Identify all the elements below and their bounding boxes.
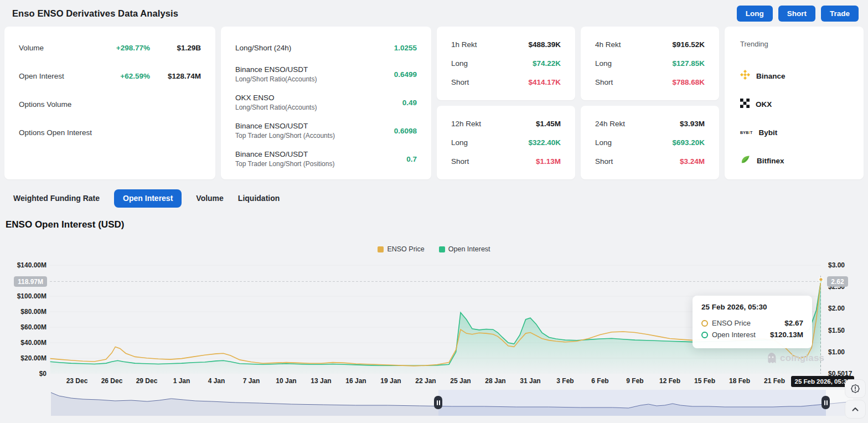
navigator-right-handle[interactable] — [822, 396, 830, 409]
trending-item-label: Bybit — [759, 128, 778, 137]
rekt-short-row: Short$1.13M — [451, 156, 561, 168]
rekt-short-label: Short — [595, 157, 680, 166]
rekt-card-24h: 24h Rekt$3.93M Long$693.20K Short$3.24M — [581, 106, 719, 179]
rekt-long-row: Long$322.40K — [451, 136, 561, 148]
scroll-to-top-button[interactable] — [845, 400, 866, 419]
short-button[interactable]: Short — [778, 6, 815, 22]
rekt-card-1h: 1h Rekt$488.39K Long$74.22K Short$414.17… — [437, 27, 575, 100]
stat-label: Open Interest — [19, 72, 95, 80]
trade-button[interactable]: Trade — [821, 6, 859, 22]
rekt-card-4h: 4h Rekt$916.52K Long$127.85K Short$788.6… — [581, 27, 719, 100]
rekt-long-value: $322.40K — [528, 138, 561, 147]
alert-icon — [850, 384, 860, 394]
tooltip-series-label: ENSO Price — [712, 319, 781, 327]
ratio-subtitle: Top Trader Long/Short (Positions) — [235, 160, 406, 168]
ratio-row: Binance ENSO/USDTLong/Short Ratio(Accoun… — [235, 65, 417, 84]
legend-item-open-interest[interactable]: Open Interest — [439, 245, 490, 253]
y-axis-label-left: $80.00M — [0, 308, 46, 316]
y-axis-label-left: $40.00M — [0, 339, 46, 347]
tooltip-date: 25 Feb 2026, 05:30 — [701, 303, 803, 311]
x-axis-label: 4 Jan — [200, 377, 233, 385]
navigator-selected-range[interactable] — [438, 390, 826, 416]
ratio-subtitle: Long/Short Ratio(Accounts) — [235, 104, 402, 111]
legend-item-enso-price[interactable]: ENSO Price — [378, 245, 424, 253]
y-axis-label-left: $140.00M — [0, 261, 46, 269]
header-buttons: Long Short Trade — [737, 6, 859, 22]
trending-item-okx[interactable]: OKX — [740, 97, 848, 111]
legend-label: ENSO Price — [387, 245, 424, 253]
ratio-row: OKX ENSOLong/Short Ratio(Accounts) 0.49 — [235, 93, 417, 112]
ratio-row: Binance ENSO/USDTTop Trader Long/Short (… — [235, 149, 417, 168]
x-axis-label: 23 Dec — [60, 377, 94, 385]
chart-title: ENSO Open Interest (USD) — [6, 219, 124, 230]
trending-item-binance[interactable]: Binance — [740, 69, 848, 83]
chart-tooltip: 25 Feb 2026, 05:30 ENSO Price $2.67 Open… — [693, 296, 812, 348]
trending-item-bitfinex[interactable]: Bitfinex — [740, 153, 848, 168]
rekt-total-row: 4h Rekt$916.52K — [595, 38, 705, 50]
rekt-short-value: $414.17K — [528, 78, 561, 86]
stat-value: $1.29B — [150, 44, 201, 52]
rekt-total-row: 12h Rekt$1.45M — [451, 117, 561, 130]
long-short-ratio-card: Long/Short (24h) 1.0255 Binance ENSO/USD… — [221, 27, 431, 179]
navigator-left-handle[interactable] — [434, 396, 442, 409]
left-axis-last-value-badge: 118.97M — [14, 276, 47, 287]
ratio-value: 0.6499 — [394, 70, 417, 79]
rekt-short-label: Short — [451, 157, 536, 166]
rekt-total: $1.45M — [536, 120, 561, 128]
long-button[interactable]: Long — [737, 6, 773, 22]
rekt-title: 1h Rekt — [451, 40, 528, 49]
ratio-title: Binance ENSO/USDT — [235, 150, 406, 158]
rekt-long-value: $693.20K — [672, 138, 705, 147]
x-axis-label: 10 Jan — [270, 377, 303, 385]
price-last-dot — [819, 277, 823, 281]
tab-volume[interactable]: Volume — [196, 189, 224, 208]
trending-item-bybit[interactable]: BYBIT Bybit — [740, 125, 848, 140]
ratio-title: OKX ENSO — [235, 94, 402, 102]
x-axis-label: 18 Feb — [723, 377, 756, 385]
trending-title: Trending — [740, 40, 848, 50]
rekt-long-label: Long — [451, 138, 528, 147]
ratio-title: Long/Short (24h) — [235, 44, 394, 52]
rekt-title: 12h Rekt — [451, 120, 536, 128]
page-title: Enso ENSO Derivatives Data Analysis — [12, 8, 178, 19]
stat-row-open-interest: Open Interest +62.59% $128.74M — [19, 68, 201, 84]
legend-swatch — [378, 246, 384, 252]
x-axis-label: 15 Feb — [688, 377, 721, 385]
rekt-long-value: $74.22K — [533, 59, 561, 68]
y-axis-label-left: $20.00M — [0, 354, 46, 362]
stat-row-options-open-interest: Options Open Interest — [19, 125, 201, 140]
bybit-icon: BYBIT — [740, 131, 753, 135]
stat-value: $128.74M — [150, 72, 201, 80]
right-axis-last-value-badge: 2.62 — [827, 276, 848, 287]
alert-settings-button[interactable] — [845, 379, 866, 398]
stat-label: Options Volume — [19, 100, 95, 109]
x-axis-label: 26 Dec — [95, 377, 128, 385]
tab-open-interest[interactable]: Open Interest — [114, 189, 182, 208]
ratio-value: 0.49 — [402, 99, 417, 107]
tab-weighted-funding-rate[interactable]: Weighted Funding Rate — [13, 189, 100, 208]
tooltip-row-price: ENSO Price $2.67 — [701, 317, 803, 329]
ratio-row: Binance ENSO/USDTTop Trader Long/Short (… — [235, 121, 417, 140]
ratio-value: 1.0255 — [394, 44, 417, 52]
stat-row-volume: Volume +298.77% $1.29B — [19, 40, 201, 55]
tab-liquidation[interactable]: Liquidation — [238, 189, 280, 208]
x-axis-label: 12 Feb — [653, 377, 686, 385]
tooltip-series-value: $2.67 — [784, 319, 803, 327]
rekt-long-value: $127.85K — [672, 59, 705, 68]
y-axis-label-right: $2.00 — [828, 305, 845, 312]
chevron-up-icon — [850, 404, 860, 414]
ratio-value: 0.7 — [406, 155, 417, 163]
ratio-row: Long/Short (24h) 1.0255 — [235, 40, 417, 55]
chart-tabs: Weighted Funding Rate Open Interest Volu… — [13, 189, 280, 208]
chart-navigator[interactable] — [51, 390, 853, 416]
tooltip-marker — [701, 332, 708, 338]
x-axis-label: 29 Dec — [130, 377, 163, 385]
rekt-title: 24h Rekt — [595, 120, 680, 128]
watermark-text: coinglass — [780, 353, 824, 364]
rekt-short-label: Short — [451, 78, 528, 86]
rekt-short-value: $1.13M — [536, 157, 561, 166]
rekt-long-label: Long — [451, 59, 533, 68]
trending-item-label: Binance — [756, 72, 786, 80]
y-axis-label-right: $1.00 — [828, 348, 845, 356]
stat-label: Options Open Interest — [19, 128, 95, 137]
